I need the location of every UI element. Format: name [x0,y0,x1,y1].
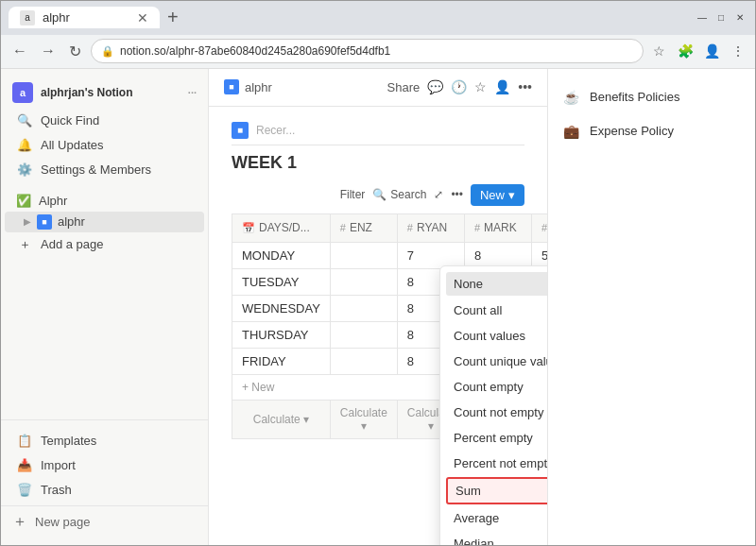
sidebar-item-label: Quick Find [41,113,99,128]
address-bar[interactable]: 🔒 notion.so/alphr-87abe60840d245a280a690… [91,39,644,63]
col-header-mark[interactable]: # MARK [464,213,531,242]
panel-item-benefits[interactable]: ☕ Benefits Policies [559,80,744,114]
dropdown-item-none[interactable]: None [446,272,547,296]
col-header-lyka[interactable]: # LYKA [531,213,547,242]
bookmark-icon[interactable]: ☆ [649,42,668,60]
recent-icon: ■ [232,122,249,139]
more-icon[interactable]: ••• [518,79,532,94]
share-button[interactable]: Share [387,80,421,94]
sidebar-item-alphr-sub[interactable]: ▶ ■ alphr [5,212,204,232]
days-col-icon: 📅 [242,222,255,234]
sidebar-item-add-page[interactable]: ＋ Add a page [5,232,204,257]
workspace-icon: a [12,82,33,103]
tab-favicon: a [20,10,35,26]
favorite-icon[interactable]: ☆ [474,79,487,94]
cell-enz[interactable] [330,321,397,348]
recent-label: Recer... [256,124,295,137]
dropdown-menu: None Count all Count values Count unique… [439,265,547,545]
back-button[interactable]: ← [9,41,31,61]
new-page-button[interactable]: ＋ New page [1,505,208,537]
col-header-days[interactable]: 📅 DAYS/D... [232,213,331,242]
menu-icon[interactable]: ⋮ [729,42,747,60]
main-content: ■ alphr Share 💬 🕐 ☆ 👤 ••• ■ Recer... [209,69,547,545]
calc-cell[interactable]: Calculate ▾ [232,400,331,438]
cell-enz[interactable] [330,295,397,321]
dropdown-item-count-empty[interactable]: Count empty [440,374,547,400]
refresh-button[interactable]: ↻ [65,41,85,62]
new-label: New [480,188,505,202]
templates-icon: 📋 [16,432,33,449]
cell-day[interactable]: FRIDAY [232,348,331,374]
sidebar-item-templates[interactable]: 📋 Templates [5,428,204,452]
cell-day[interactable]: MONDAY [232,242,331,268]
sidebar: a alphrjan's Notion ··· 🔍 Quick Find 🔔 A… [1,69,209,545]
browser-frame: a alphr ✕ + — □ ✕ ← → ↻ 🔒 notion.so/alph… [0,0,756,546]
lyka-col-icon: # [541,222,547,233]
add-page-label: Add a page [41,237,104,251]
calc-cell[interactable]: Calculate ▾ [330,400,397,438]
sidebar-item-label: Trash [41,483,72,497]
profile-icon[interactable]: 👤 [702,42,721,60]
dropdown-item-percent-not-empty[interactable]: Percent not empty [440,451,547,476]
history-icon[interactable]: 🕐 [451,79,467,94]
dropdown-item-sum[interactable]: Sum [446,477,547,504]
sidebar-item-trash[interactable]: 🗑️ Trash [5,477,204,502]
col-header-ryan[interactable]: # RYAN [397,213,464,242]
tab-close-button[interactable]: ✕ [137,10,148,26]
dropdown-item-count-all[interactable]: Count all [440,298,547,323]
add-icon: ＋ [16,236,33,253]
expand-button[interactable]: ⤢ [434,188,443,201]
minimize-button[interactable]: — [695,10,710,26]
new-page-label: New page [35,515,91,529]
filter-button[interactable]: Filter [340,188,366,201]
col-label-days: DAYS/D... [259,221,310,234]
expand-icon: ⤢ [434,188,443,201]
close-button[interactable]: ✕ [732,10,747,26]
breadcrumb: ■ alphr [224,79,272,94]
search-button[interactable]: 🔍 Search [372,188,426,201]
search-label: Search [390,188,426,201]
sidebar-bottom: 📋 Templates 📥 Import 🗑️ Trash [1,419,208,502]
col-header-enz[interactable]: # ENZ [330,213,397,242]
dropdown-item-median[interactable]: Median [440,531,547,545]
settings-icon: ⚙️ [16,162,33,179]
dropdown-item-count-not-empty[interactable]: Count not empty [440,400,547,425]
breadcrumb-root[interactable]: alphr [245,80,272,94]
new-record-button[interactable]: New ▾ [471,184,524,206]
cell-enz[interactable] [330,268,397,295]
extensions-icon[interactable]: 🧩 [676,42,695,60]
mark-col-icon: # [474,222,480,233]
panel-item-expense[interactable]: 💼 Expense Policy [559,114,744,148]
benefits-label: Benefits Policies [590,90,679,104]
user-icon[interactable]: 👤 [494,79,510,94]
forward-button[interactable]: → [37,41,60,61]
cell-day[interactable]: TUESDAY [232,268,331,295]
sidebar-item-label: All Updates [41,138,103,152]
maximize-button[interactable]: □ [713,10,729,26]
search-icon: 🔍 [16,112,33,129]
dropdown-item-count-unique[interactable]: Count unique values [440,349,547,374]
sidebar-item-label: alphr [58,214,85,229]
sidebar-item-alphr-main[interactable]: ✅ Alphr [5,190,204,212]
workspace-header[interactable]: a alphrjan's Notion ··· [1,77,208,109]
col-label-mark: MARK [484,221,517,234]
window-controls: — □ ✕ [695,10,747,26]
sidebar-item-all-updates[interactable]: 🔔 All Updates [5,133,204,158]
dropdown-item-average[interactable]: Average [440,505,547,531]
cell-enz[interactable] [330,242,397,268]
sidebar-item-quick-find[interactable]: 🔍 Quick Find [5,109,204,133]
more-options-button[interactable]: ••• [451,188,463,201]
cell-enz[interactable] [330,348,397,374]
cell-day[interactable]: WEDNESDAY [232,295,331,321]
enz-col-icon: # [340,222,346,233]
comment-icon[interactable]: 💬 [427,79,443,94]
table-area: 📅 DAYS/D... # ENZ [232,213,524,439]
cell-day[interactable]: THURSDAY [232,321,331,348]
sidebar-item-import[interactable]: 📥 Import [5,452,204,477]
browser-tab[interactable]: a alphr ✕ [9,7,160,28]
dropdown-item-count-values[interactable]: Count values [440,323,547,349]
dropdown-item-percent-empty[interactable]: Percent empty [440,425,547,451]
import-icon: 📥 [16,456,33,473]
new-tab-button[interactable]: + [160,7,186,28]
sidebar-item-settings[interactable]: ⚙️ Settings & Members [5,158,204,182]
